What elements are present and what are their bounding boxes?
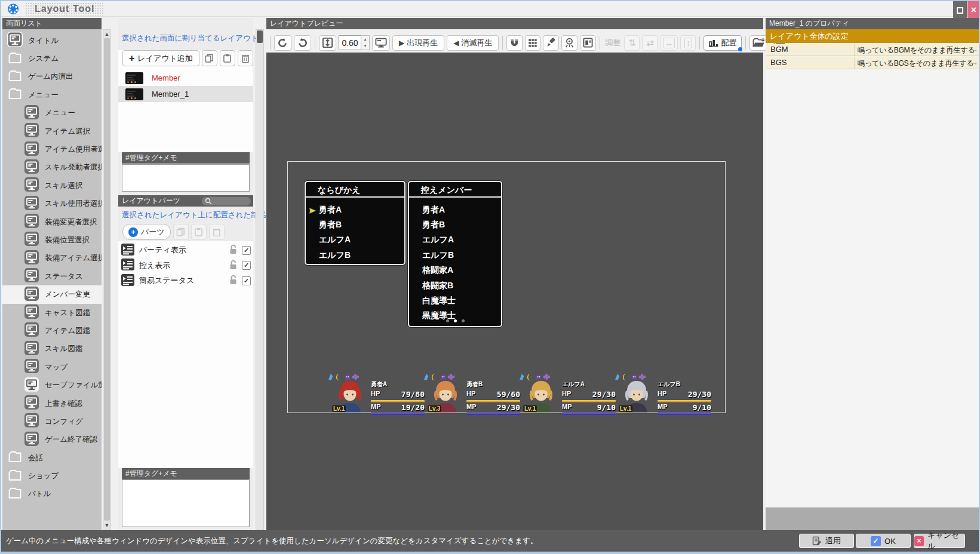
screen-list-item[interactable]: ステータス [2, 267, 102, 285]
layout-list-item[interactable]: Member_1 [118, 86, 253, 102]
folder-icon [7, 68, 23, 86]
part-list-item[interactable]: 控え表示✓ [118, 258, 253, 273]
screen-list-item[interactable]: ゲーム内演出 [2, 68, 102, 86]
tag-memo-input-2[interactable] [122, 479, 250, 527]
screen-list-item[interactable]: スキル発動者選択 [2, 159, 102, 177]
layout-list-item[interactable]: Member [118, 70, 253, 86]
tag-memo-input[interactable] [122, 164, 250, 192]
copy-layout-button[interactable] [202, 50, 217, 66]
screen-icon [24, 377, 39, 395]
screen-list-item[interactable]: メニュー [2, 104, 102, 122]
part-visible-checkbox[interactable]: ✓ [242, 246, 251, 255]
zoom-down-button[interactable]: ▼ [361, 43, 369, 50]
screen-icon [24, 104, 39, 120]
hp-bar [562, 400, 616, 402]
screen-list-item[interactable]: アイテム使用者選択 [2, 140, 102, 158]
fit-view-button[interactable] [319, 35, 336, 51]
grid-button[interactable] [525, 35, 540, 51]
level-badge: Lv.1 [619, 405, 632, 412]
party-member[interactable]: Lv.1エルフBHP29/30MP9/10 [614, 372, 708, 414]
scroll-down-icon[interactable]: ▼ [103, 522, 110, 528]
screen-list-item[interactable]: 装備位置選択 [2, 231, 102, 249]
screen-list-item[interactable]: スキル使用者選択 [2, 195, 102, 213]
part-icon [121, 273, 135, 288]
mp-bar [562, 413, 616, 415]
reserve-window[interactable]: 控えメンバー 勇者A勇者BエルフAエルフB格闘家A格闘家B白魔導士黒魔導士 [408, 181, 502, 327]
play-appear-button[interactable]: ▶出現再生 [392, 35, 444, 51]
undo-button[interactable] [274, 35, 291, 51]
screen-list-item[interactable]: システム [2, 50, 102, 67]
parts-search-input[interactable] [202, 197, 251, 205]
screen-list-item[interactable]: メニュー [2, 86, 102, 104]
unlock-icon[interactable] [229, 244, 238, 256]
screen-list-item-label: システム [28, 54, 59, 64]
scrollbar-thumb[interactable] [104, 38, 110, 521]
party-member[interactable]: Lv.1勇者AHP79/80MP19/20 [327, 372, 422, 414]
cancel-button[interactable]: × キャンセル [914, 534, 965, 548]
snap-magnet-button[interactable] [506, 35, 523, 51]
screen-list-item[interactable]: コンフィグ [2, 413, 102, 430]
screen-list-item[interactable]: マップ [2, 358, 102, 376]
maximize-button[interactable] [953, 1, 967, 19]
screen-list-item[interactable]: 装備変更者選択 [2, 213, 102, 231]
part-visible-checkbox[interactable]: ✓ [242, 261, 251, 270]
screen-list-item[interactable]: 装備アイテム選択 [2, 250, 102, 267]
property-label: BGM [770, 45, 788, 54]
pen-icon [546, 38, 556, 48]
cursor-arrow-icon [308, 207, 317, 214]
display-preview-button[interactable] [372, 35, 390, 51]
screen-list-item[interactable]: 会話 [2, 449, 102, 467]
undo-icon [277, 37, 288, 48]
sort-window[interactable]: ならびかえ 勇者A勇者BエルフAエルフB [305, 181, 405, 265]
projector-button[interactable] [561, 35, 577, 51]
hp-label: HP [562, 390, 571, 399]
screen-list-item[interactable]: アイテム図鑑 [2, 322, 102, 340]
screen-list-item[interactable]: スキル選択 [2, 177, 102, 195]
tag-memo-bar-2: #管理タグ+メモ [122, 468, 250, 479]
delete-layout-button[interactable] [238, 50, 253, 66]
scroll-up-icon[interactable]: ▲ [103, 31, 110, 37]
layout-panel-scrollbar[interactable] [256, 29, 264, 530]
unlock-icon[interactable] [229, 260, 238, 272]
add-part-button[interactable]: +パーツ [122, 224, 171, 240]
apply-button[interactable]: 適用 [799, 534, 854, 548]
screen-list-item[interactable]: アイテム選択 [2, 122, 102, 140]
screen-list-scrollbar[interactable]: ▲ ▼ [103, 29, 111, 530]
add-layout-button[interactable]: +レイアウト追加 [122, 50, 199, 66]
paste-layout-button[interactable] [220, 50, 235, 66]
arrange-button[interactable]: 配置 [703, 35, 742, 51]
part-visible-checkbox[interactable]: ✓ [242, 276, 251, 285]
screen-list-item[interactable]: スキル図鑑 [2, 340, 102, 358]
screen-icon [24, 431, 39, 447]
ok-button[interactable]: ✓ OK [856, 534, 911, 548]
screen-list-item[interactable]: バトル [2, 485, 102, 503]
zoom-up-button[interactable]: ▲ [361, 36, 369, 43]
screen-list-item-label: メニュー [45, 108, 75, 118]
property-row[interactable]: BGS鳴っているBGSをそのまま再生する→ [766, 57, 980, 69]
part-list-item[interactable]: パーティ表示✓ [118, 243, 253, 257]
screen-list-item[interactable]: タイトル [2, 32, 102, 50]
screen-list-item[interactable]: キャスト図鑑 [2, 304, 102, 322]
play-disappear-button[interactable]: ◀消滅再生 [447, 35, 499, 51]
screen-list-item[interactable]: ショップ [2, 467, 102, 485]
party-member[interactable]: Lv.1エルフAHP29/30MP9/10 [518, 372, 613, 414]
unlock-icon[interactable] [229, 275, 238, 287]
close-button[interactable]: × [967, 1, 980, 19]
screen-list-item[interactable]: メンバー変更 [2, 285, 102, 303]
mp-value: 9/10 [693, 403, 711, 412]
panel-layout-button[interactable] [580, 35, 596, 51]
scrollbar-thumb[interactable] [257, 30, 263, 43]
sort-window-items: 勇者A勇者BエルフAエルフB [306, 198, 404, 263]
part-list-item[interactable]: 簡易ステータス✓ [118, 273, 253, 288]
redo-button[interactable] [294, 35, 311, 51]
level-badge: Lv.1 [523, 405, 537, 412]
property-row[interactable]: BGM鳴っているBGMをそのまま再生する→ [766, 44, 980, 56]
screen-list-item[interactable]: ゲーム終了確認 [2, 431, 102, 449]
pen-tool-button[interactable] [543, 35, 559, 51]
screen-list-item[interactable]: 上書き確認 [2, 395, 102, 413]
zoom-input[interactable]: 0.60 [339, 35, 361, 50]
preview-canvas[interactable]: ならびかえ 勇者A勇者BエルフAエルフB 控えメンバー 勇者A勇者BエルフAエル… [266, 53, 763, 530]
screen-icon [24, 122, 39, 138]
screen-list-item[interactable]: セーブファイル選択 [2, 376, 102, 394]
party-member[interactable]: Lv.3勇者BHP59/60MP29/30 [423, 372, 517, 414]
